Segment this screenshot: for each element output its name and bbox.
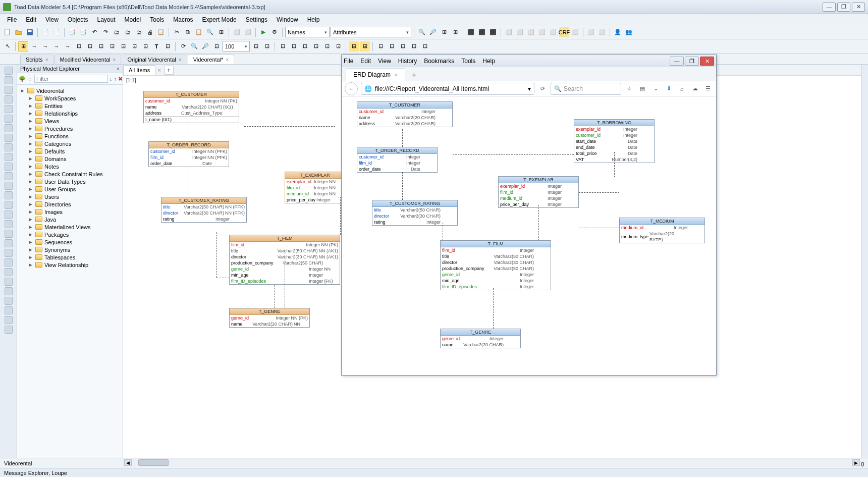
browser-back-button[interactable]: ← [345, 82, 358, 95]
tb-m7[interactable]: ⬛ [488, 27, 498, 37]
tree-node[interactable]: ▸Defaults [18, 147, 122, 155]
tb2-d[interactable]: → [51, 41, 62, 51]
entity-customer[interactable]: T_CUSTOMERcustomer_idIntegerNN (PK)nameV… [143, 91, 239, 123]
gutter-tool[interactable] [5, 143, 13, 151]
gutter-tool[interactable] [5, 163, 13, 171]
tb2-u[interactable]: ⊡ [333, 41, 343, 51]
menu-edit[interactable]: Edit [22, 15, 40, 24]
redo-icon[interactable]: ↷ [100, 27, 111, 37]
tree-node[interactable]: ▸Users [18, 193, 122, 200]
tb-m8[interactable]: ⬜ [504, 27, 514, 37]
bmenu-bookmarks[interactable]: Bookmarks [424, 58, 454, 65]
tb-m11[interactable]: ⬜ [537, 27, 547, 37]
bmenu-file[interactable]: File [344, 58, 353, 65]
gutter-tool[interactable] [5, 258, 13, 267]
bmenu-tools[interactable]: Tools [461, 58, 475, 65]
menu-model[interactable]: Model [121, 15, 145, 24]
tb-a[interactable]: 📄 [40, 27, 50, 37]
menu-view[interactable]: View [41, 15, 63, 24]
browser-minimize-button[interactable]: — [670, 57, 684, 66]
tb2-m[interactable]: ⊡ [162, 41, 173, 51]
tree-node[interactable]: ▸Relationships [18, 110, 122, 117]
close-icon[interactable]: × [226, 57, 229, 63]
tb-m5[interactable]: ⬛ [466, 27, 476, 37]
tb-g[interactable]: 🗂 [134, 27, 144, 37]
tb2-x[interactable]: ⊡ [375, 41, 386, 51]
menu-window[interactable]: Window [273, 15, 302, 24]
entity-exemplar[interactable]: T_EXEMPLARexemplar_idIntegerNNfilm_idInt… [285, 172, 345, 203]
tree-node[interactable]: ▸Notes [18, 163, 122, 170]
tb2-q[interactable]: ⊡ [289, 41, 299, 51]
gutter-tool[interactable] [5, 268, 13, 276]
app-minimize-button[interactable]: — [823, 3, 836, 12]
tb-c[interactable]: 📑 [67, 27, 77, 37]
tree-node[interactable]: ▸Packages [18, 231, 122, 238]
explorer-filter-input[interactable] [34, 75, 108, 83]
gutter-tool[interactable] [5, 230, 13, 238]
gutter-tool[interactable] [5, 76, 13, 84]
report-entity-genre[interactable]: T_GENREgenre_idIntegernameVarchar2(20 CH… [440, 329, 521, 348]
gutter-tool[interactable] [5, 249, 13, 257]
home-icon[interactable]: ⌂ [677, 84, 687, 94]
gutter-tool[interactable] [5, 182, 13, 190]
tb-m13[interactable]: CRF [559, 27, 569, 37]
tb2-h[interactable]: ⊡ [96, 41, 106, 51]
entity-genre[interactable]: T_GENREgenre_idIntegerNN (PK)nameVarchar… [229, 308, 310, 328]
tb2-z[interactable]: ⊡ [398, 41, 408, 51]
tb2-k[interactable]: ⊡ [129, 41, 139, 51]
tree-node[interactable]: ▸User Groups [18, 185, 122, 193]
browser-new-tab-button[interactable]: + [408, 70, 419, 81]
run-icon[interactable]: ▶ [258, 27, 268, 37]
close-icon[interactable]: × [113, 57, 116, 63]
tree-node[interactable]: ▸Synonyms [18, 246, 122, 253]
gutter-tool[interactable] [5, 191, 13, 199]
tree-node[interactable]: ▸Entities [18, 102, 122, 110]
report-entity-exemplar[interactable]: T_EXEMPLARexemplar_idIntegerfilm_idInteg… [498, 176, 579, 208]
zoomout-icon[interactable]: 🔍 [189, 41, 199, 51]
chat-icon[interactable]: ☁ [690, 84, 700, 94]
tb2-o[interactable]: ⊡ [262, 41, 272, 51]
tb2-j[interactable]: ⊡ [118, 41, 128, 51]
tb2-b[interactable]: → [29, 41, 39, 51]
menu-macros[interactable]: Macros [169, 15, 197, 24]
bmenu-history[interactable]: History [398, 58, 417, 65]
refresh-icon[interactable]: ⟳ [178, 41, 188, 51]
browser-address-bar[interactable]: 🌐 file:///C:/Report_Videorental_All Item… [361, 83, 534, 95]
bmenu-help[interactable]: Help [482, 58, 495, 65]
zoomin-icon[interactable]: 🔎 [200, 41, 210, 51]
tree-node[interactable]: ▸Materialized Views [18, 223, 122, 231]
tree-node[interactable]: ▸Directories [18, 200, 122, 208]
close-icon[interactable]: × [117, 66, 120, 72]
tb-m12[interactable]: ⬜ [548, 27, 558, 37]
tb-b[interactable]: 📄 [51, 27, 62, 37]
arrow-down-icon[interactable]: ↓ [110, 75, 113, 83]
tree-node[interactable]: ▸Images [18, 208, 122, 216]
gutter-tool[interactable] [5, 105, 13, 113]
gutter-tool[interactable] [5, 306, 13, 314]
chevron-down-icon[interactable]: ▾ [528, 85, 531, 92]
browser-report-canvas[interactable]: T_CUSTOMERcustomer_idIntegernameVarchar2… [342, 96, 716, 375]
tab-scripts[interactable]: Scripts× [20, 55, 53, 64]
users-icon[interactable]: 👥 [624, 27, 634, 37]
tb-m15[interactable]: ⬜ [586, 27, 596, 37]
tb-i[interactable]: ⊞ [216, 27, 226, 37]
tb2-v[interactable]: ⊞ [349, 41, 359, 51]
copy-icon[interactable]: ⧉ [183, 27, 193, 37]
tb2-g[interactable]: ⊡ [85, 41, 95, 51]
tree-node[interactable]: ▸Java [18, 216, 122, 223]
gutter-tool[interactable] [5, 115, 13, 123]
tb-m9[interactable]: ⬜ [515, 27, 525, 37]
gutter-tool[interactable] [5, 210, 13, 219]
menu-layout[interactable]: Layout [93, 15, 120, 24]
menu-settings[interactable]: Settings [242, 15, 272, 24]
gutter-tool[interactable] [5, 86, 13, 94]
print-icon[interactable]: 🖨 [145, 27, 155, 37]
gutter-tool[interactable] [5, 326, 13, 334]
gutter-tool[interactable] [5, 316, 13, 324]
tb-m1[interactable]: 🔍 [417, 27, 427, 37]
tree-node[interactable]: ▸Tablespaces [18, 253, 122, 261]
tab-original-videorental[interactable]: Original Videorental× [122, 55, 187, 64]
menu-help[interactable]: Help [303, 15, 324, 24]
close-icon[interactable]: × [45, 57, 48, 63]
new-icon[interactable] [3, 27, 13, 37]
